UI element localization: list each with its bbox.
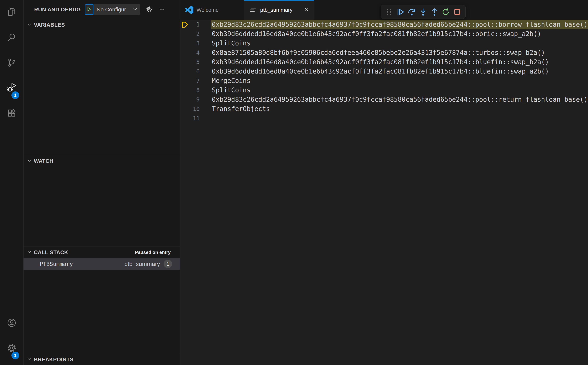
chevron-down-icon <box>27 249 32 255</box>
glyph-margin[interactable] <box>180 29 191 39</box>
code-line: 7MergeCoins <box>180 76 588 85</box>
glyph-margin[interactable] <box>180 85 191 95</box>
sidebar-header: RUN AND DEBUG No Configur <box>23 0 180 19</box>
breakpoints-pane: BREAKPOINTS <box>23 354 180 365</box>
account-icon <box>7 318 17 328</box>
step-into-icon[interactable] <box>418 7 428 17</box>
glyph-margin[interactable] <box>180 114 191 123</box>
toolbar-drag-grip[interactable] <box>384 7 394 17</box>
watch-pane-header[interactable]: WATCH <box>23 155 180 167</box>
list-file-icon <box>249 6 257 14</box>
code-line: 11 <box>180 114 588 123</box>
files-icon <box>7 7 17 18</box>
code-text[interactable]: 0xb29d83c26cdd2a64959263abbcfc4a6937f0c9… <box>211 20 588 29</box>
line-number: 8 <box>191 85 200 95</box>
code-text[interactable]: TransferObjects <box>211 104 588 114</box>
code-text[interactable]: 0xb39d6dddedd16ed8a40ce0b1e6b43c92acf0ff… <box>211 29 588 39</box>
stop-icon[interactable] <box>453 7 462 17</box>
settings-badge: 1 <box>11 351 19 359</box>
code-line: 3SplitCoins <box>180 39 588 48</box>
chevron-down-icon <box>27 357 32 362</box>
code-line: 10xb29d83c26cdd2a64959263abbcfc4a6937f0c… <box>180 20 588 29</box>
code-text[interactable] <box>211 114 588 123</box>
debug-toolbar <box>381 5 466 19</box>
step-over-icon[interactable] <box>407 7 416 17</box>
activity-item-search[interactable] <box>0 25 23 50</box>
variables-pane: VARIABLES <box>23 19 180 155</box>
code-line: 60xb39d6dddedd16ed8a40ce0b1e6b43c92acf0f… <box>180 67 588 76</box>
line-number: 6 <box>191 67 200 76</box>
variables-pane-title: VARIABLES <box>34 22 65 28</box>
code-text[interactable]: SplitCoins <box>211 39 588 48</box>
tab-welcome[interactable]: Welcome <box>180 0 244 20</box>
glyph-margin[interactable] <box>180 57 191 67</box>
launch-controls: No Configur <box>85 4 140 15</box>
glyph-margin[interactable] <box>180 48 191 57</box>
call-stack-frame-row[interactable]: PTBSummary ptb_summary 1 <box>23 258 180 270</box>
frame-line-badge: 1 <box>164 260 172 268</box>
vscode-logo-icon <box>185 6 193 14</box>
code-line: 40x8ae871505a80d8bf6bf9c05906cda6edfeea4… <box>180 48 588 57</box>
glyph-margin[interactable] <box>180 104 191 114</box>
code-line: 50xb39d6dddedd16ed8a40ce0b1e6b43c92acf0f… <box>180 57 588 67</box>
call-stack-pane: CALL STACK Paused on entry PTBSummary pt… <box>23 246 180 354</box>
line-number: 3 <box>191 39 200 48</box>
step-out-icon[interactable] <box>430 7 439 17</box>
line-number: 9 <box>191 95 200 104</box>
more-actions-icon[interactable] <box>159 6 165 13</box>
call-stack-pane-title: CALL STACK <box>34 249 68 255</box>
breakpoints-pane-title: BREAKPOINTS <box>34 357 73 363</box>
activity-bar: 1 1 <box>0 0 23 365</box>
glyph-margin[interactable] <box>180 39 191 48</box>
close-icon[interactable] <box>304 7 309 14</box>
code-text[interactable]: 0xb29d83c26cdd2a64959263abbcfc4a6937f0c9… <box>211 95 588 104</box>
start-debug-button[interactable] <box>85 4 93 15</box>
frame-name: PTBSummary <box>40 261 73 267</box>
activity-item-source-control[interactable] <box>0 50 23 76</box>
code-lines: 10xb29d83c26cdd2a64959263abbcfc4a6937f0c… <box>180 20 588 123</box>
gear-icon[interactable] <box>146 6 152 13</box>
sidebar-header-actions <box>146 6 165 13</box>
code-text[interactable]: 0xb39d6dddedd16ed8a40ce0b1e6b43c92acf0ff… <box>211 57 588 67</box>
chevron-down-icon <box>133 7 138 13</box>
restart-icon[interactable] <box>441 7 450 17</box>
current-line-arrow-icon <box>181 21 189 28</box>
call-stack-pane-header[interactable]: CALL STACK Paused on entry <box>23 246 180 258</box>
continue-icon[interactable] <box>396 7 405 17</box>
debug-config-dropdown[interactable]: No Configur <box>93 4 140 15</box>
play-icon <box>86 7 92 13</box>
activity-item-run-and-debug[interactable]: 1 <box>0 76 23 101</box>
extensions-icon <box>7 108 17 119</box>
activity-item-settings[interactable]: 1 <box>0 336 23 361</box>
variables-pane-header[interactable]: VARIABLES <box>23 19 180 30</box>
code-text[interactable]: 0xb39d6dddedd16ed8a40ce0b1e6b43c92acf0ff… <box>211 67 588 76</box>
line-number: 1 <box>191 20 200 29</box>
code-text[interactable]: MergeCoins <box>211 76 588 85</box>
activity-bar-bottom: 1 <box>0 311 23 361</box>
chevron-down-icon <box>27 158 32 164</box>
pause-status-text: Paused on entry <box>135 250 171 255</box>
search-icon <box>7 33 17 43</box>
line-number: 7 <box>191 76 200 85</box>
activity-item-accounts[interactable] <box>0 311 23 336</box>
code-text[interactable]: 0x8ae871505a80d8bf6bf9c05906cda6edfeea46… <box>211 48 588 57</box>
activity-bar-top: 1 <box>0 0 23 126</box>
watch-pane-title: WATCH <box>34 158 53 164</box>
line-number: 4 <box>191 48 200 57</box>
tab-label: ptb_summary <box>260 7 292 13</box>
activity-item-explorer[interactable] <box>0 0 23 25</box>
line-number: 5 <box>191 57 200 67</box>
glyph-margin[interactable] <box>180 20 191 29</box>
tab-ptb-summary[interactable]: ptb_summary <box>244 0 314 20</box>
code-line: 20xb39d6dddedd16ed8a40ce0b1e6b43c92acf0f… <box>180 29 588 39</box>
line-number: 11 <box>191 114 200 123</box>
glyph-margin[interactable] <box>180 76 191 85</box>
line-number: 2 <box>191 29 200 39</box>
source-control-icon <box>7 58 17 68</box>
activity-item-extensions[interactable] <box>0 101 23 126</box>
glyph-margin[interactable] <box>180 67 191 76</box>
breakpoints-pane-header[interactable]: BREAKPOINTS <box>23 354 180 365</box>
glyph-margin[interactable] <box>180 95 191 104</box>
watch-pane: WATCH <box>23 155 180 246</box>
code-text[interactable]: SplitCoins <box>211 85 588 95</box>
